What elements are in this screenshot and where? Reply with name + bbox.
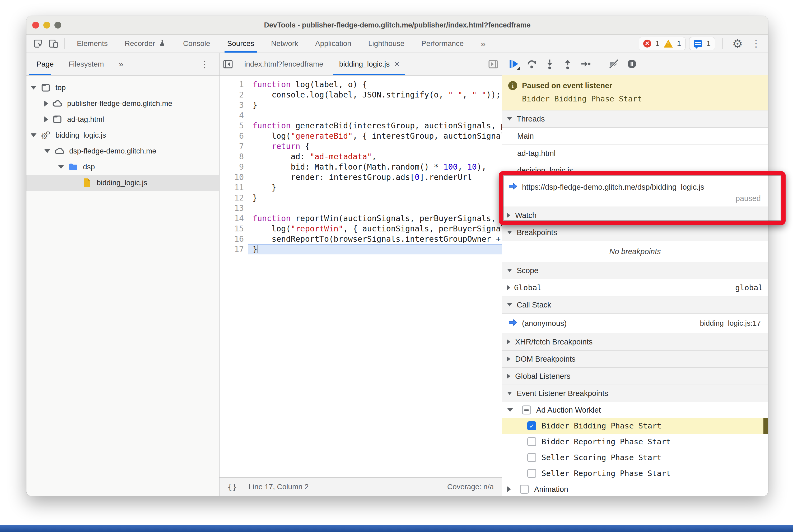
tree-item-bidding-logic-js[interactable]: bidding_logic.js (26, 175, 219, 191)
tab-performance[interactable]: Performance (413, 35, 472, 53)
code-lines[interactable]: function log(label, o) { console.log(lab… (248, 76, 502, 477)
more-panels-button[interactable]: » (472, 39, 494, 49)
tree-item-top[interactable]: top (26, 80, 219, 96)
line-number[interactable]: 12 (220, 193, 244, 203)
section-call-stack[interactable]: Call Stack (502, 297, 768, 314)
tab-page[interactable]: Page (29, 53, 61, 75)
tree-item-dsp[interactable]: dsp (26, 159, 219, 175)
window-titlebar[interactable]: DevTools - publisher-fledge-demo.glitch.… (26, 16, 768, 35)
checkbox-icon[interactable] (527, 437, 536, 446)
minimize-button[interactable] (43, 22, 50, 28)
code-line-5[interactable]: function generateBid(interestGroup, auct… (252, 120, 502, 131)
line-number[interactable]: 7 (220, 141, 244, 151)
section-threads[interactable]: Threads (502, 110, 768, 128)
code-line-2[interactable]: console.log(label, JSON.stringify(o, " "… (252, 90, 502, 100)
step-out-button[interactable] (560, 56, 575, 72)
scope-entry-global[interactable]: Globalglobal (502, 279, 768, 297)
checkbox-icon[interactable] (527, 469, 536, 478)
elb-group-animation[interactable]: Animation (502, 481, 768, 496)
tab-network[interactable]: Network (263, 35, 307, 53)
tab-sources[interactable]: Sources (219, 35, 263, 53)
tab-console[interactable]: Console (175, 35, 219, 53)
elb-item-seller-scoring-phase-start[interactable]: Seller Scoring Phase Start (502, 450, 768, 466)
tab-lighthouse[interactable]: Lighthouse (360, 35, 413, 53)
code-line-10[interactable]: render: interestGroup.ads[0].renderUrl (252, 172, 502, 182)
deactivate-breakpoints-button[interactable] (606, 56, 622, 72)
line-number[interactable]: 1 (220, 79, 244, 90)
section-dom-breakpoints[interactable]: DOM Breakpoints (502, 350, 768, 368)
line-number[interactable]: 14 (220, 213, 244, 224)
tree-item-dsp-fledge-demo-glitch-me[interactable]: dsp-fledge-demo.glitch.me (26, 143, 219, 159)
code-line-9[interactable]: bid: Math.floor(Math.random() * 100, 10)… (252, 162, 502, 172)
elb-group-ad-auction-worklet[interactable]: Ad Auction Worklet (502, 402, 768, 418)
code-line-13[interactable] (252, 203, 502, 213)
code-line-16[interactable]: sendReportTo(browserSignals.interestGrou… (252, 234, 502, 244)
zoom-button[interactable] (54, 22, 61, 28)
resume-script-button[interactable] (506, 56, 522, 72)
line-number[interactable]: 13 (220, 203, 244, 213)
tree-item-ad-tag-html[interactable]: ad-tag.html (26, 112, 219, 127)
tree-item-publisher-fledge-demo-glitch-me[interactable]: publisher-fledge-demo.glitch.me (26, 96, 219, 112)
open-search-tab-button[interactable] (485, 53, 502, 75)
section-scope[interactable]: Scope (502, 262, 768, 279)
line-number[interactable]: 10 (220, 172, 244, 182)
close-button[interactable] (32, 22, 39, 28)
line-number[interactable]: 11 (220, 182, 244, 193)
device-toolbar-button[interactable] (46, 36, 61, 51)
line-number-gutter[interactable]: 1234567891011121314151617 (220, 76, 248, 477)
step-into-button[interactable] (542, 56, 558, 72)
tab-recorder[interactable]: Recorder (116, 35, 175, 53)
section-event-listener-breakpoints[interactable]: Event Listener Breakpoints (502, 385, 768, 402)
navigator-menu-button[interactable]: ⋮ (193, 53, 216, 75)
console-errors-warnings-badge[interactable]: ✕ 1 1 (639, 37, 685, 50)
code-line-14[interactable]: function reportWin(auctionSignals, perBu… (252, 213, 502, 224)
line-number[interactable]: 17 (220, 244, 244, 254)
editor-tab-index-html[interactable]: index.html?fencedframe (237, 53, 331, 75)
checkbox-icon[interactable] (522, 405, 531, 415)
call-stack-frame[interactable]: (anonymous)bidding_logic.js:17 (502, 314, 768, 334)
thread-item-ad-tag-html[interactable]: ad-tag.html (502, 145, 768, 162)
elb-item-bidder-bidding-phase-start[interactable]: ✓Bidder Bidding Phase Start (502, 418, 768, 434)
code-line-6[interactable]: log("generateBid", { interestGroup, auct… (252, 131, 502, 141)
line-number[interactable]: 3 (220, 100, 244, 110)
pause-on-exceptions-button[interactable] (624, 56, 640, 72)
thread-item-main[interactable]: Main (502, 128, 768, 145)
step-button[interactable] (578, 56, 593, 72)
tab-elements[interactable]: Elements (69, 35, 116, 53)
inspect-element-button[interactable] (31, 36, 46, 51)
code-line-4[interactable] (252, 110, 502, 120)
code-editor[interactable]: 1234567891011121314151617 function log(l… (220, 76, 502, 477)
section-breakpoints[interactable]: Breakpoints (502, 224, 768, 241)
tab-application[interactable]: Application (307, 35, 360, 53)
checkbox-icon[interactable]: ✓ (527, 421, 536, 430)
line-number[interactable]: 15 (220, 224, 244, 234)
section-xhr-fetch-breakpoints[interactable]: XHR/fetch Breakpoints (502, 334, 768, 350)
more-navigator-tabs-button[interactable]: » (111, 53, 131, 75)
step-over-button[interactable] (524, 56, 540, 72)
line-number[interactable]: 8 (220, 151, 244, 162)
code-line-3[interactable]: } (252, 100, 502, 110)
line-number[interactable]: 16 (220, 234, 244, 244)
checkbox-icon[interactable] (527, 453, 536, 462)
editor-tab-bidding-logic[interactable]: bidding_logic.js × (331, 53, 407, 75)
section-global-listeners[interactable]: Global Listeners (502, 368, 768, 385)
code-line-1[interactable]: function log(label, o) { (252, 79, 502, 90)
code-line-12[interactable]: } (252, 193, 502, 203)
settings-button[interactable]: ⚙ (730, 36, 745, 51)
issues-badge[interactable]: 1 (689, 37, 715, 50)
line-number[interactable]: 6 (220, 131, 244, 141)
code-line-8[interactable]: ad: "ad-metadata", (252, 151, 502, 162)
checkbox-icon[interactable] (520, 485, 529, 494)
elb-item-seller-reporting-phase-start[interactable]: Seller Reporting Phase Start (502, 466, 768, 481)
tab-filesystem[interactable]: Filesystem (61, 53, 111, 75)
elb-item-bidder-reporting-phase-start[interactable]: Bidder Reporting Phase Start (502, 434, 768, 450)
close-tab-icon[interactable]: × (394, 59, 399, 69)
main-menu-button[interactable]: ⋮ (749, 36, 763, 51)
code-line-7[interactable]: return { (252, 141, 502, 151)
line-number[interactable]: 9 (220, 162, 244, 172)
tree-item-bidding-logic-js[interactable]: ⚙⚙bidding_logic.js (26, 127, 219, 143)
line-number[interactable]: 4 (220, 110, 244, 120)
line-number[interactable]: 2 (220, 90, 244, 100)
line-number[interactable]: 5 (220, 120, 244, 131)
code-line-15[interactable]: log("reportWin", { auctionSignals, perBu… (252, 224, 502, 234)
